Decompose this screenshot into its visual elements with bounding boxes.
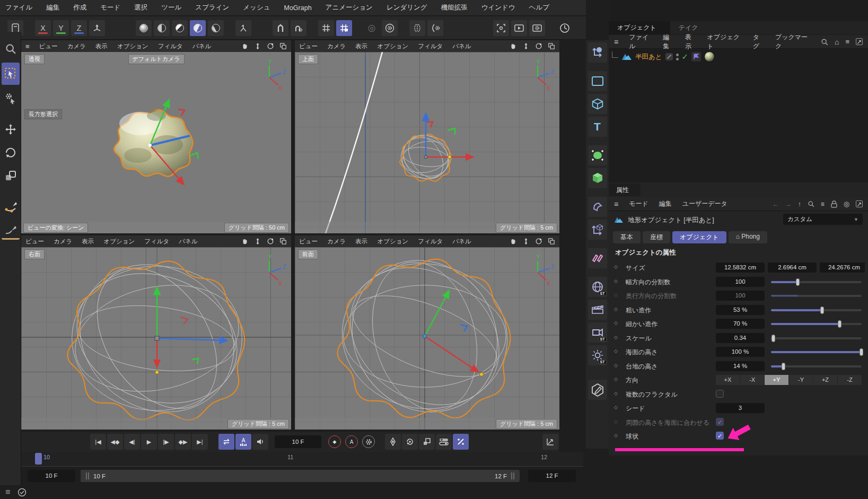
shading-hidden-line-icon[interactable] (190, 20, 206, 36)
vp2-menu-1[interactable]: カメラ (327, 42, 346, 50)
axis-workplane-icon[interactable] (588, 42, 607, 63)
workplane-icon[interactable]: ◎ (364, 20, 380, 36)
key-dot-icon[interactable]: ◇ (614, 363, 618, 368)
key-dot-icon[interactable]: ◇ (614, 292, 618, 297)
play-button[interactable]: ▶ (141, 434, 157, 450)
param-value-field[interactable]: 3 (716, 403, 765, 413)
param-slider[interactable] (771, 281, 862, 283)
instance-axis-icon[interactable] (588, 220, 607, 240)
param-slider[interactable] (771, 351, 862, 353)
sky-globe-icon[interactable]: ST (588, 277, 607, 297)
param-value-field[interactable]: 100 % (716, 347, 765, 357)
menu-2[interactable]: 作成 (73, 3, 86, 12)
new-panel-icon[interactable]: ↗ (856, 200, 863, 207)
key-dot-icon[interactable]: ◇ (614, 391, 618, 396)
vp4-menu-1[interactable]: カメラ (327, 238, 346, 246)
param-slider[interactable] (771, 309, 862, 311)
mograph-cloner-icon[interactable] (588, 145, 607, 165)
generator-cube-icon[interactable] (588, 168, 607, 188)
vp1-menu-2[interactable]: 表示 (95, 42, 108, 50)
menu-10[interactable]: レンダリング (387, 3, 427, 12)
vp1-menu-0[interactable]: ビュー (39, 42, 58, 50)
om-menu-2[interactable]: 表示 (685, 33, 697, 51)
range-grip-left[interactable] (86, 472, 89, 479)
vp2-menu-2[interactable]: 表示 (355, 42, 367, 50)
orbit-view-icon[interactable] (267, 42, 274, 50)
param-value-field[interactable]: 53 % (716, 305, 765, 315)
slider-knob[interactable] (782, 363, 785, 370)
vp2-menu-4[interactable]: フィルタ (418, 42, 443, 50)
om-menu-1[interactable]: 編集 (663, 33, 674, 51)
viewport-top-canvas[interactable]: 上面 グリッド間隔 : 5 cm (295, 52, 559, 233)
menu-11[interactable]: 機能拡張 (441, 3, 468, 12)
bend-deformer-icon[interactable] (588, 197, 607, 217)
key-dot-icon[interactable]: ◇ (614, 278, 618, 284)
stage-film-icon[interactable] (588, 300, 607, 320)
search-icon[interactable] (821, 38, 828, 46)
param-slider[interactable] (771, 295, 862, 297)
vp4-menu-5[interactable]: パネル (452, 238, 471, 246)
hierarchy-icon[interactable] (235, 20, 251, 36)
search-icon[interactable] (808, 200, 814, 207)
attributes-tab[interactable]: 属性 (609, 183, 641, 196)
snap-settings-icon[interactable] (291, 20, 306, 36)
vp1-menu-4[interactable]: フィルタ (158, 42, 183, 50)
previous-frame-button[interactable]: ◀| (124, 434, 140, 450)
param-value-field[interactable]: 14 % (716, 361, 765, 371)
vp2-menu-0[interactable]: ビュー (299, 42, 318, 50)
snap-enable-icon[interactable] (273, 20, 288, 36)
viewport-perspective-canvas[interactable]: 透視 デフォルトカメラ 長方形選択 ビューの変換: シーン グリッド間隔 : 5… (21, 52, 291, 233)
filter-icon[interactable]: ≡ (845, 38, 849, 46)
shading-constant-icon[interactable] (172, 20, 188, 36)
om-menu-3[interactable]: オブジェクト (707, 33, 742, 51)
menu-7[interactable]: メッシュ (243, 3, 270, 12)
object-name[interactable]: 半田あと (635, 52, 662, 62)
pan-hand-icon[interactable] (510, 238, 517, 245)
vp1-menu-3[interactable]: オプション (117, 42, 148, 50)
param-value-field[interactable]: 100 (716, 291, 765, 301)
shading-wireframe-icon[interactable] (208, 20, 224, 36)
viewport-right-canvas[interactable]: 右面 グリッド間隔 : 5 cm (21, 247, 291, 430)
vp2-menu-3[interactable]: オプション (377, 42, 408, 50)
record-keyframe-icon[interactable]: ◆ (327, 434, 343, 450)
menu-5[interactable]: ツール (161, 3, 181, 12)
range-grip-right[interactable] (511, 472, 514, 479)
slider-knob[interactable] (860, 348, 863, 356)
key-scale-icon[interactable] (419, 434, 435, 450)
timeline-ruler[interactable]: 10 11 12 (21, 452, 583, 467)
om-menu-0[interactable]: ファイル (629, 33, 652, 51)
pan-hand-icon[interactable] (241, 42, 249, 50)
next-frame-button[interactable]: |▶ (158, 434, 174, 450)
menu-13[interactable]: ヘルプ (529, 3, 549, 12)
sketch-pen-tool-icon[interactable] (2, 221, 20, 240)
menu-12[interactable]: ウインドウ (481, 3, 515, 12)
key-dot-icon[interactable]: ◇ (614, 348, 618, 354)
attr-tab-3[interactable]: ⌂ Phong (729, 231, 767, 243)
param-value-field[interactable]: 12.5832 cm (716, 262, 765, 273)
go-to-start-button[interactable]: |◀ (90, 434, 106, 450)
key-dot-icon[interactable]: ◇ (614, 377, 618, 382)
spline-rectangle-icon[interactable] (588, 71, 607, 91)
current-frame-field[interactable]: 10 F (275, 435, 321, 448)
slider-knob[interactable] (771, 335, 775, 342)
slider-knob[interactable] (820, 307, 824, 314)
menu-8[interactable]: MoGraph (284, 4, 312, 12)
keyframe-settings-icon[interactable] (361, 434, 376, 450)
viewport-front[interactable]: ビューカメラ表示オプションフィルタパネル (295, 235, 559, 430)
key-parameter-icon[interactable] (436, 434, 452, 450)
vp3-menu-2[interactable]: 表示 (82, 238, 94, 246)
axis-y-button[interactable]: Y (53, 20, 69, 36)
filter-icon[interactable]: ≡ (821, 200, 825, 208)
viewport-front-canvas[interactable]: 前面 グリッド間隔 : 5 cm (295, 247, 559, 430)
panel-menu-icon[interactable]: ≡ (614, 38, 618, 46)
previous-key-button[interactable]: ◀◆ (107, 434, 123, 450)
spline-pen-tool-icon[interactable] (2, 197, 20, 216)
param-value-field[interactable]: 24.2676 cm (820, 262, 865, 273)
attr-menu-2[interactable]: ユーザーデータ (682, 199, 727, 208)
zoom-view-icon[interactable] (522, 238, 530, 245)
vp2-menu-5[interactable]: パネル (452, 42, 471, 50)
annotation-tag-icon[interactable] (691, 52, 701, 62)
range-bar[interactable]: 10 F 12 F (81, 470, 520, 482)
param-slider[interactable] (771, 365, 862, 367)
slider-knob[interactable] (838, 320, 841, 328)
